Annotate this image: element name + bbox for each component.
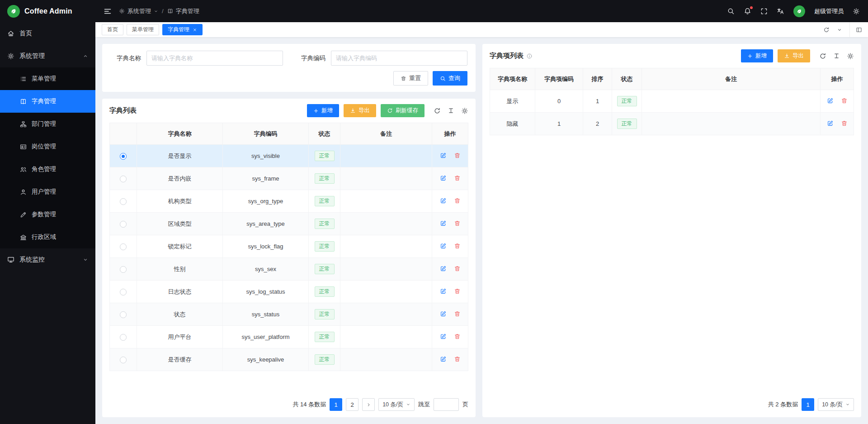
main-area: 系统管理 / 字典管理 超级管理员 首页 菜单管理 字典管理 bbox=[95, 0, 868, 424]
dict-table-row[interactable]: 状态sys_status正常 bbox=[110, 303, 468, 326]
refresh-cache-button[interactable]: 刷新缓存 bbox=[381, 104, 425, 117]
edit-icon[interactable] bbox=[440, 243, 447, 249]
add-dict-button[interactable]: 新增 bbox=[307, 104, 339, 117]
delete-icon[interactable] bbox=[454, 356, 461, 362]
dict-table-row[interactable]: 是否内嵌sys_frame正常 bbox=[110, 167, 468, 190]
sidebar-item-dict-management[interactable]: 字典管理 bbox=[0, 90, 95, 113]
search-icon[interactable] bbox=[727, 7, 735, 15]
row-density-icon[interactable] bbox=[448, 107, 454, 114]
settings-gear-icon[interactable] bbox=[853, 8, 860, 15]
delete-icon[interactable] bbox=[454, 310, 461, 317]
sidebar-item-home[interactable]: 首页 bbox=[0, 22, 95, 45]
edit-icon[interactable] bbox=[827, 120, 834, 127]
tab-dict-management[interactable]: 字典管理 bbox=[162, 24, 203, 35]
export-dict-button[interactable]: 导出 bbox=[344, 104, 376, 117]
sidebar-item-param-management[interactable]: 参数管理 bbox=[0, 203, 95, 226]
dict-table-row[interactable]: 机构类型sys_org_type正常 bbox=[110, 190, 468, 213]
logo-leaf-icon bbox=[7, 5, 20, 18]
delete-icon[interactable] bbox=[454, 197, 461, 204]
delete-icon[interactable] bbox=[454, 175, 461, 181]
dict-table-row[interactable]: 是否缓存sys_keepalive正常 bbox=[110, 348, 468, 371]
user-avatar[interactable] bbox=[793, 5, 805, 17]
translate-icon[interactable] bbox=[777, 7, 784, 15]
reset-button[interactable]: 重置 bbox=[393, 71, 428, 86]
edit-icon[interactable] bbox=[440, 265, 447, 272]
page-button-1[interactable]: 1 bbox=[330, 398, 342, 411]
row-select-radio[interactable] bbox=[120, 266, 127, 273]
dict-table-row[interactable]: 是否显示sys_visible正常 bbox=[110, 145, 468, 167]
delete-icon[interactable] bbox=[841, 97, 848, 104]
chevron-down-icon[interactable] bbox=[837, 27, 842, 33]
sidebar-item-system-management[interactable]: 系统管理 bbox=[0, 45, 95, 67]
row-select-radio[interactable] bbox=[120, 221, 127, 228]
delete-icon[interactable] bbox=[454, 265, 461, 272]
row-select-radio[interactable] bbox=[120, 153, 127, 160]
sidebar-item-dept-management[interactable]: 部门管理 bbox=[0, 113, 95, 135]
row-select-radio[interactable] bbox=[120, 243, 127, 250]
remark-cell bbox=[340, 235, 432, 258]
refresh-page-icon[interactable] bbox=[823, 27, 830, 33]
sidebar-item-role-management[interactable]: 角色管理 bbox=[0, 158, 95, 181]
edit-icon[interactable] bbox=[440, 310, 447, 317]
export-dict-items-button[interactable]: 导出 bbox=[778, 49, 810, 62]
dict-name-input[interactable] bbox=[146, 51, 283, 66]
sidebar-item-system-monitor[interactable]: 系统监控 bbox=[0, 248, 95, 271]
edit-icon[interactable] bbox=[440, 175, 447, 181]
breadcrumb-system-management[interactable]: 系统管理 bbox=[119, 7, 158, 15]
edit-icon[interactable] bbox=[440, 197, 447, 204]
dict-item-row[interactable]: 隐藏12正常 bbox=[490, 113, 854, 135]
row-select-radio[interactable] bbox=[120, 176, 127, 182]
delete-icon[interactable] bbox=[454, 288, 461, 295]
next-page-button[interactable] bbox=[362, 398, 375, 411]
dict-table-row[interactable]: 锁定标记sys_lock_flag正常 bbox=[110, 235, 468, 258]
plus-icon bbox=[313, 108, 319, 114]
sidebar-item-post-management[interactable]: 岗位管理 bbox=[0, 135, 95, 158]
tab-label: 字典管理 bbox=[168, 26, 189, 33]
delete-icon[interactable] bbox=[454, 243, 461, 249]
dict-table-row[interactable]: 日志状态sys_log_status正常 bbox=[110, 281, 468, 303]
fullscreen-icon[interactable] bbox=[760, 8, 768, 15]
tab-home[interactable]: 首页 bbox=[102, 24, 123, 35]
row-select-radio[interactable] bbox=[120, 198, 127, 205]
page-size-select[interactable]: 10 条/页 bbox=[378, 398, 415, 411]
refresh-table-icon[interactable] bbox=[819, 52, 826, 60]
dict-table-row[interactable]: 区域类型sys_area_type正常 bbox=[110, 213, 468, 235]
dict-item-row[interactable]: 显示01正常 bbox=[490, 90, 854, 113]
delete-icon[interactable] bbox=[454, 152, 461, 159]
add-dict-item-button[interactable]: 新增 bbox=[741, 49, 773, 62]
column-settings-icon[interactable] bbox=[461, 107, 468, 114]
delete-icon[interactable] bbox=[454, 333, 461, 340]
row-select-radio[interactable] bbox=[120, 289, 127, 295]
page-button-2[interactable]: 2 bbox=[346, 398, 359, 411]
close-icon[interactable] bbox=[193, 28, 197, 32]
edit-icon[interactable] bbox=[440, 356, 447, 362]
sidebar-item-user-management[interactable]: 用户管理 bbox=[0, 181, 95, 203]
sidebar-collapse-icon[interactable] bbox=[104, 7, 112, 15]
delete-icon[interactable] bbox=[454, 220, 461, 227]
column-settings-icon[interactable] bbox=[847, 52, 854, 60]
edit-icon[interactable] bbox=[827, 97, 834, 104]
row-select-radio[interactable] bbox=[120, 311, 127, 318]
notification-bell-icon[interactable] bbox=[744, 7, 751, 15]
tab-menu-management[interactable]: 菜单管理 bbox=[127, 24, 159, 35]
dict-code-input[interactable] bbox=[331, 51, 467, 66]
row-select-radio[interactable] bbox=[120, 357, 127, 363]
sidebar-item-region-management[interactable]: 行政区域 bbox=[0, 226, 95, 248]
sidebar-item-menu-management[interactable]: 菜单管理 bbox=[0, 67, 95, 90]
dict-table-row[interactable]: 性别sys_sex正常 bbox=[110, 258, 468, 281]
page-button-1[interactable]: 1 bbox=[802, 398, 814, 411]
page-size-select[interactable]: 10 条/页 bbox=[818, 398, 854, 411]
edit-icon[interactable] bbox=[440, 333, 447, 340]
refresh-table-icon[interactable] bbox=[434, 107, 441, 114]
jump-page-input[interactable] bbox=[434, 398, 459, 411]
row-density-icon[interactable] bbox=[833, 52, 840, 59]
dict-table-row[interactable]: 用户平台sys_user_platform正常 bbox=[110, 326, 468, 348]
edit-icon[interactable] bbox=[440, 288, 447, 295]
edit-icon[interactable] bbox=[440, 152, 447, 159]
layout-toggle-icon[interactable] bbox=[849, 22, 868, 37]
edit-icon[interactable] bbox=[440, 220, 447, 227]
query-button[interactable]: 查询 bbox=[433, 71, 467, 86]
row-select-radio[interactable] bbox=[120, 334, 127, 341]
delete-icon[interactable] bbox=[841, 120, 848, 127]
username[interactable]: 超级管理员 bbox=[814, 7, 844, 15]
